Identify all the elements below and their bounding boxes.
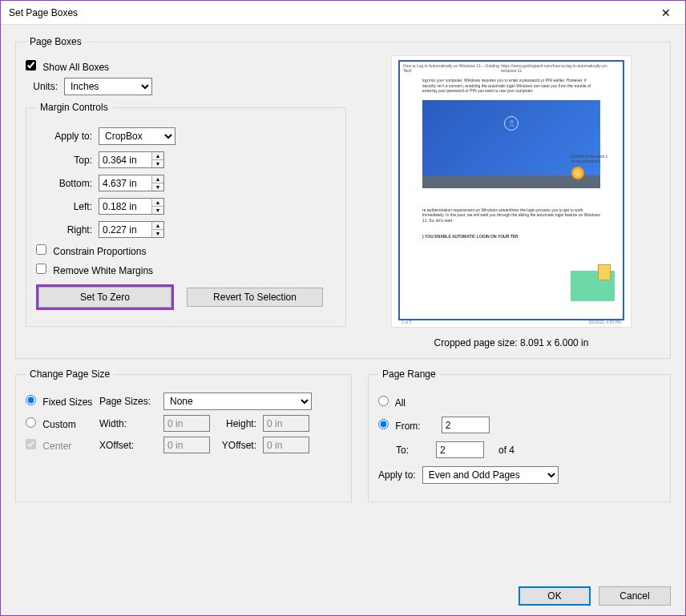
center-checkbox <box>26 439 36 449</box>
fixed-sizes-text: Fixed Sizes <box>42 397 92 408</box>
height-input <box>263 415 309 432</box>
center-text: Center <box>42 441 71 452</box>
preview-green-block <box>571 271 615 301</box>
constrain-proportions-checkbox[interactable] <box>36 244 46 255</box>
page-range-legend: Page Range <box>378 368 440 380</box>
left-label: Left: <box>36 201 92 212</box>
bottom-spinner[interactable]: ▲▼ <box>99 175 164 191</box>
top-input[interactable] <box>99 151 151 168</box>
show-all-boxes-label[interactable]: Show All Boxes <box>26 60 109 73</box>
xoffset-label: XOffset: <box>99 440 157 451</box>
change-page-size-legend: Change Page Size <box>26 368 114 380</box>
set-to-zero-button[interactable]: Set To Zero <box>38 287 172 308</box>
show-all-boxes-text: Show All Boxes <box>42 62 109 73</box>
apply-to-select[interactable]: CropBox <box>99 127 176 145</box>
margin-controls-group: Margin Controls Apply to: CropBox Top: <box>26 102 346 327</box>
preview-monitor-image <box>422 100 600 188</box>
preview-sidebar-note: 123456 is the most c ommo password. <box>571 154 615 163</box>
preview-footer-right: 2/5/2023, 4:50 PM <box>588 320 621 324</box>
all-pages-label[interactable]: All <box>378 396 406 409</box>
from-text: From: <box>395 421 420 432</box>
preview-heading: ) YOU ENABLE AUTOMATIC LOGIN ON YOUR TER <box>400 231 623 243</box>
all-pages-radio[interactable] <box>378 396 389 406</box>
width-input <box>163 415 210 432</box>
yoffset-label: YOffset: <box>216 440 256 451</box>
dialog-content: Page Boxes Show All Boxes Units: Inches <box>1 25 685 582</box>
spinner-up-icon[interactable]: ▲ <box>152 222 163 230</box>
range-apply-to-label: Apply to: <box>378 469 416 481</box>
page-sizes-select[interactable]: None <box>163 393 312 410</box>
remove-white-margins-label[interactable]: Remove White Margins <box>36 264 153 276</box>
dialog-window: Set Page Boxes ✕ Page Boxes Show All Box… <box>0 0 686 616</box>
window-title: Set Page Boxes <box>9 7 78 18</box>
user-icon <box>504 116 519 131</box>
spinner-down-icon[interactable]: ▼ <box>152 183 163 191</box>
cancel-button[interactable]: Cancel <box>599 586 671 606</box>
bottom-input[interactable] <box>99 175 151 191</box>
spinner-down-icon[interactable]: ▼ <box>152 230 163 237</box>
from-label[interactable]: From: <box>378 419 421 432</box>
set-to-zero-highlight: Set To Zero <box>36 284 174 310</box>
width-label: Width: <box>99 418 157 429</box>
preview-para2: re authentication requirement on Windows… <box>400 204 623 227</box>
right-input[interactable] <box>99 221 151 238</box>
fixed-sizes-radio[interactable] <box>26 395 36 405</box>
to-total: of 4 <box>498 445 514 456</box>
spinner-down-icon[interactable]: ▼ <box>152 207 163 214</box>
spinner-up-icon[interactable]: ▲ <box>152 152 163 160</box>
to-input[interactable] <box>436 441 484 458</box>
center-label: Center <box>26 439 93 452</box>
from-radio[interactable] <box>378 419 389 429</box>
close-icon[interactable]: ✕ <box>655 3 677 22</box>
to-label: To: <box>396 445 430 456</box>
page-sizes-label: Page Sizes: <box>99 396 157 407</box>
left-input[interactable] <box>99 198 151 215</box>
constrain-text: Constrain Proportions <box>53 246 146 257</box>
custom-text: Custom <box>42 419 75 430</box>
page-preview: How to Log in Automatically on Windows 1… <box>391 55 632 328</box>
custom-label[interactable]: Custom <box>26 417 93 430</box>
apply-to-label: Apply to: <box>36 131 92 142</box>
spinner-down-icon[interactable]: ▼ <box>152 160 163 167</box>
preview-header-right: https://www.guidingtech.com/how-to-log-i… <box>501 63 619 73</box>
range-apply-to-select[interactable]: Even and Odd Pages <box>422 466 559 484</box>
spinner-up-icon[interactable]: ▲ <box>152 175 163 183</box>
dialog-actions: OK Cancel <box>1 582 685 615</box>
page-boxes-group: Page Boxes Show All Boxes Units: Inches <box>15 36 671 359</box>
top-label: Top: <box>36 155 92 166</box>
left-spinner[interactable]: ▲▼ <box>99 198 164 215</box>
spinner-up-icon[interactable]: ▲ <box>152 199 163 207</box>
preview-footer-left: 1 of 5 <box>402 320 412 324</box>
margin-controls-legend: Margin Controls <box>36 102 112 113</box>
from-input[interactable] <box>442 417 490 433</box>
revert-to-selection-button[interactable]: Revert To Selection <box>187 288 323 307</box>
xoffset-input <box>163 437 210 453</box>
preview-para1: log into your computer. Windows requires… <box>400 74 623 97</box>
svg-point-0 <box>510 120 512 123</box>
ok-button[interactable]: OK <box>519 586 591 606</box>
change-page-size-group: Change Page Size Fixed Sizes Page Sizes:… <box>15 368 352 502</box>
constrain-proportions-label[interactable]: Constrain Proportions <box>36 244 146 257</box>
page-range-group: Page Range All From: To: <box>368 368 671 502</box>
custom-radio[interactable] <box>26 417 36 428</box>
right-label: Right: <box>36 224 92 236</box>
show-all-boxes-checkbox[interactable] <box>26 60 36 70</box>
height-label: Height: <box>216 418 256 429</box>
fixed-sizes-label[interactable]: Fixed Sizes <box>26 395 93 408</box>
right-spinner[interactable]: ▲▼ <box>99 221 164 238</box>
preview-caption: Cropped page size: 8.091 x 6.000 in <box>362 337 660 348</box>
remove-white-margins-checkbox[interactable] <box>36 264 46 274</box>
units-select[interactable]: Inches <box>64 78 152 95</box>
page-boxes-legend: Page Boxes <box>26 36 86 47</box>
preview-header-left: How to Log in Automatically on Windows 1… <box>403 63 501 73</box>
top-spinner[interactable]: ▲▼ <box>99 151 164 168</box>
yoffset-input <box>263 437 309 453</box>
remove-white-text: Remove White Margins <box>53 265 153 276</box>
units-label: Units: <box>26 81 58 92</box>
all-pages-text: All <box>395 397 406 409</box>
titlebar: Set Page Boxes ✕ <box>1 1 685 25</box>
bottom-label: Bottom: <box>36 178 92 189</box>
